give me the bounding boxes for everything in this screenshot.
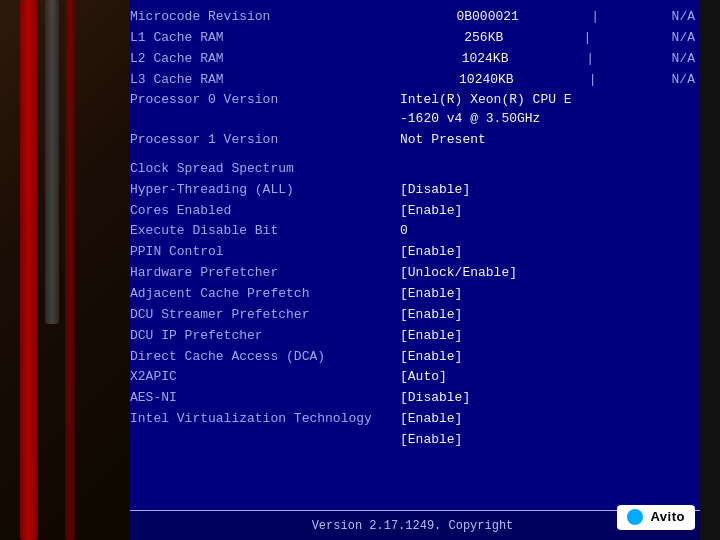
l1-value: 256KB <box>464 29 503 48</box>
ppin-label: PPIN Control <box>130 243 390 262</box>
l3-na: N/A <box>672 71 695 90</box>
right-side-decoration <box>700 0 720 540</box>
empty-label <box>130 431 390 450</box>
intel-vt-value: [Enable] <box>390 410 695 429</box>
hyperthreading-label: Hyper-Threading (ALL) <box>130 181 390 200</box>
dcu-streamer-value: [Enable] <box>390 306 695 325</box>
x2apic-label: X2APIC <box>130 368 390 387</box>
table-row: Execute Disable Bit 0 <box>130 222 695 241</box>
table-row: AES-NI [Disable] <box>130 389 695 408</box>
cable-gray <box>45 0 59 324</box>
processor1-value: Not Present <box>390 131 695 150</box>
avito-badge: Avito <box>617 505 695 530</box>
l2-value: 1024KB <box>462 50 509 69</box>
processor1-row: Processor 1 Version Not Present <box>130 131 695 150</box>
microcode-value: 0B000021 <box>456 8 518 27</box>
outer-frame: Microcode Revision 0B000021 | N/A L1 Cac… <box>0 0 720 540</box>
hardware-prefetch-label: Hardware Prefetcher <box>130 264 390 283</box>
table-row: L3 Cache RAM 10240KB | N/A <box>130 71 695 90</box>
dcu-ip-label: DCU IP Prefetcher <box>130 327 390 346</box>
l3-value: 10240KB <box>459 71 514 90</box>
aes-ni-label: AES-NI <box>130 389 390 408</box>
table-row: Clock Spread Spectrum <box>130 160 695 179</box>
bios-screen: Microcode Revision 0B000021 | N/A L1 Cac… <box>120 0 705 540</box>
cores-value: [Enable] <box>390 202 695 221</box>
microcode-na: N/A <box>672 8 695 27</box>
sep: | <box>583 71 603 90</box>
direct-cache-label: Direct Cache Access (DCA) <box>130 348 390 367</box>
table-row: Microcode Revision 0B000021 | N/A <box>130 8 695 27</box>
clock-label: Clock Spread Spectrum <box>130 160 390 179</box>
dcu-streamer-label: DCU Streamer Prefetcher <box>130 306 390 325</box>
cores-label: Cores Enabled <box>130 202 390 221</box>
x2apic-value: [Auto] <box>390 368 695 387</box>
aes-ni-value: [Disable] <box>390 389 695 408</box>
l3-label: L3 Cache RAM <box>130 71 390 90</box>
processor0-line1: Intel(R) Xeon(R) CPU E <box>400 91 695 110</box>
cable-dark-red <box>65 0 75 540</box>
execute-label: Execute Disable Bit <box>130 222 390 241</box>
adjacent-cache-value: [Enable] <box>390 285 695 304</box>
table-row: Cores Enabled [Enable] <box>130 202 695 221</box>
processor0-row: Processor 0 Version Intel(R) Xeon(R) CPU… <box>130 91 695 129</box>
hyperthreading-value: [Disable] <box>390 181 695 200</box>
execute-value: 0 <box>390 222 695 241</box>
processor1-label: Processor 1 Version <box>130 131 390 150</box>
intel-vt-label: Intel Virtualization Technology <box>130 410 390 429</box>
processor0-line2: -1620 v4 @ 3.50GHz <box>400 110 695 129</box>
table-row: [Enable] <box>130 431 695 450</box>
table-row: Direct Cache Access (DCA) [Enable] <box>130 348 695 367</box>
footer-text: Version 2.17.1249. Copyright <box>312 519 514 533</box>
dcu-ip-value: [Enable] <box>390 327 695 346</box>
l1-na: N/A <box>672 29 695 48</box>
direct-cache-value: [Enable] <box>390 348 695 367</box>
microcode-label: Microcode Revision <box>130 8 390 27</box>
processor1-not-present: Not Present <box>400 131 695 150</box>
table-row: DCU Streamer Prefetcher [Enable] <box>130 306 695 325</box>
ppin-value: [Enable] <box>390 243 695 262</box>
clock-value <box>390 160 695 179</box>
adjacent-cache-label: Adjacent Cache Prefetch <box>130 285 390 304</box>
table-row: Intel Virtualization Technology [Enable] <box>130 410 695 429</box>
avito-icon <box>627 509 643 525</box>
extra-enable-value: [Enable] <box>390 431 695 450</box>
l2-label: L2 Cache RAM <box>130 50 390 69</box>
table-row: L1 Cache RAM 256KB | N/A <box>130 29 695 48</box>
sep: | <box>580 50 600 69</box>
table-row: L2 Cache RAM 1024KB | N/A <box>130 50 695 69</box>
table-row: PPIN Control [Enable] <box>130 243 695 262</box>
processor0-value: Intel(R) Xeon(R) CPU E -1620 v4 @ 3.50GH… <box>390 91 695 129</box>
sep: | <box>578 29 598 48</box>
table-row: DCU IP Prefetcher [Enable] <box>130 327 695 346</box>
cable-red <box>20 0 38 540</box>
l1-label: L1 Cache RAM <box>130 29 390 48</box>
bios-content: Microcode Revision 0B000021 | N/A L1 Cac… <box>120 0 705 510</box>
separator <box>130 152 695 160</box>
table-row: Adjacent Cache Prefetch [Enable] <box>130 285 695 304</box>
left-side-decoration <box>0 0 130 540</box>
avito-label: Avito <box>650 509 685 524</box>
processor0-label: Processor 0 Version <box>130 91 390 129</box>
table-row: Hyper-Threading (ALL) [Disable] <box>130 181 695 200</box>
l2-na: N/A <box>672 50 695 69</box>
sep: | <box>585 8 605 27</box>
table-row: Hardware Prefetcher [Unlock/Enable] <box>130 264 695 283</box>
table-row: X2APIC [Auto] <box>130 368 695 387</box>
hardware-prefetch-value: [Unlock/Enable] <box>390 264 695 283</box>
